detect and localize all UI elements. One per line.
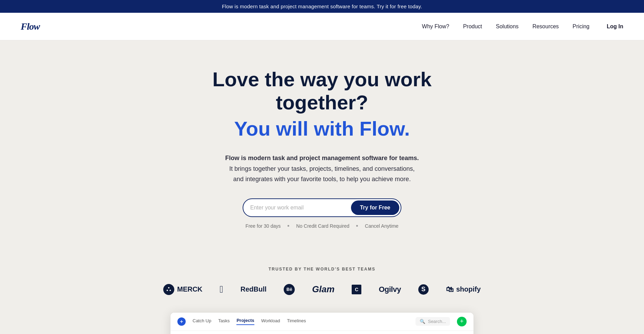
logo-merck: MERCK: [163, 284, 202, 295]
apple-icon: : [220, 284, 223, 295]
app-add-button[interactable]: +: [457, 317, 467, 326]
app-nav-tabs: Catch Up Tasks Projects Workload Timelin…: [193, 318, 306, 325]
logo-apple: : [220, 284, 223, 295]
app-search[interactable]: 🔍 Search...: [416, 317, 450, 326]
app-preview-section: Catch Up Tasks Projects Workload Timelin…: [163, 312, 481, 334]
logo-carhartt: C: [352, 285, 361, 294]
logo-ogilvy: Ogilvy: [379, 285, 401, 294]
merck-icon: [163, 284, 174, 295]
logo-glam: Glam: [312, 284, 334, 295]
app-subtabs: Operations Marketing Product Creative Se…: [170, 331, 474, 334]
trusted-section: TRUSTED BY THE WORLD'S BEST TEAMS MERCK …: [0, 249, 644, 305]
app-tab-tasks[interactable]: Tasks: [218, 318, 230, 325]
trusted-label: TRUSTED BY THE WORLD'S BEST TEAMS: [7, 267, 637, 272]
search-icon: 🔍: [420, 319, 425, 324]
app-tab-catchup[interactable]: Catch Up: [193, 318, 211, 325]
behance-icon: Bē: [284, 284, 295, 295]
email-form: Try for Free: [243, 198, 401, 217]
navbar: Flow Why Flow? Product Solutions Resourc…: [0, 13, 644, 40]
nav-item-solutions[interactable]: Solutions: [496, 23, 519, 30]
try-free-button[interactable]: Try for Free: [351, 200, 399, 215]
nav-item-product[interactable]: Product: [463, 23, 482, 30]
app-tab-projects[interactable]: Projects: [236, 318, 254, 325]
nav-item-resources[interactable]: Resources: [533, 23, 559, 30]
svg-point-3: [167, 289, 168, 291]
hero-subtext: Free for 30 days No Credit Card Required…: [174, 223, 470, 229]
app-tab-timelines[interactable]: Timelines: [287, 318, 306, 325]
app-topbar: Catch Up Tasks Projects Workload Timelin…: [170, 313, 474, 331]
nav-links: Why Flow? Product Solutions Resources Pr…: [422, 23, 589, 30]
logo-row: MERCK  RedBull Bē Glam C Ogilvy S: [7, 284, 637, 295]
app-tab-workload[interactable]: Workload: [261, 318, 280, 325]
hero-description: Flow is modern task and project manageme…: [174, 153, 470, 185]
svg-point-1: [168, 287, 169, 288]
hero-title-line2: You will with Flow.: [174, 117, 470, 140]
logo-shopify: 🛍 shopify: [446, 285, 481, 294]
hero-section: Love the way you work together? You will…: [167, 40, 477, 249]
dot-separator: [287, 225, 289, 227]
top-banner: Flow is modern task and project manageme…: [0, 0, 644, 13]
logo[interactable]: Flow: [21, 21, 40, 32]
login-link[interactable]: Log In: [607, 23, 623, 30]
email-input[interactable]: [250, 201, 351, 214]
app-window: Catch Up Tasks Projects Workload Timelin…: [170, 312, 474, 334]
hero-title-line1: Love the way you work together?: [174, 68, 470, 114]
dot-separator: [356, 225, 358, 227]
app-logo-icon: [177, 317, 186, 326]
nav-item-pricing[interactable]: Pricing: [573, 23, 589, 30]
logo-s: S: [418, 284, 429, 295]
s-icon: S: [418, 284, 429, 295]
logo-behance: Bē: [284, 284, 295, 295]
shopify-bag-icon: 🛍: [446, 285, 453, 294]
svg-point-2: [170, 289, 171, 291]
carhartt-icon: C: [352, 285, 361, 294]
nav-item-why-flow[interactable]: Why Flow?: [422, 23, 449, 30]
logo-redbull: RedBull: [241, 285, 267, 293]
